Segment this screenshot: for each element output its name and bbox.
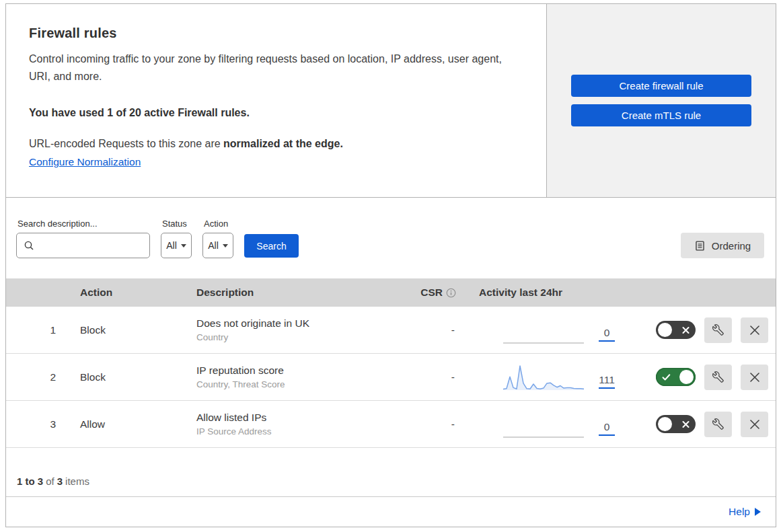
rule-match-fields: Country, Threat Score <box>196 379 401 389</box>
rule-match-fields: Country <box>196 332 401 342</box>
x-icon <box>682 420 690 428</box>
filter-bar: Search description... Status All Action … <box>6 198 776 278</box>
search-label: Search description... <box>17 219 150 229</box>
header-text-panel: Firewall rules Control incoming traffic … <box>6 4 546 197</box>
rule-description: IP reputation score <box>196 365 401 377</box>
search-button[interactable]: Search <box>244 234 299 258</box>
status-dropdown-value: All <box>166 240 177 251</box>
rule-controls-cell <box>631 365 776 390</box>
edit-rule-button[interactable] <box>704 412 732 437</box>
pagination-footer: 1 to 3 of 3 items <box>6 448 776 497</box>
rule-description-cell: Allow listed IPs IP Source Address <box>182 412 401 436</box>
rule-activity-cell: 0 <box>463 409 631 440</box>
rule-activity-cell: 111 <box>463 362 631 393</box>
header-section: Firewall rules Control incoming traffic … <box>6 4 776 198</box>
page-description: Control incoming traffic to your zone by… <box>29 50 519 85</box>
close-icon <box>749 419 760 430</box>
delete-rule-button[interactable] <box>741 365 768 390</box>
table-row: 1 Block Does not originate in UK Country… <box>6 307 776 354</box>
edit-rule-button[interactable] <box>704 365 732 390</box>
search-icon <box>24 240 34 251</box>
action-filter-group: Action All <box>202 219 233 258</box>
create-firewall-rule-button[interactable]: Create firewall rule <box>571 75 751 97</box>
rule-action: Allow <box>67 418 182 430</box>
action-label: Action <box>204 219 233 229</box>
table-row: 3 Allow Allow listed IPs IP Source Addre… <box>6 401 776 448</box>
normalization-note: URL-encoded Requests to this zone are no… <box>29 138 519 150</box>
activity-count-link[interactable]: 111 <box>599 374 615 389</box>
help-link-label: Help <box>729 506 750 518</box>
action-column-header: Action <box>67 287 182 299</box>
action-dropdown-value: All <box>208 240 219 251</box>
rule-match-fields: IP Source Address <box>196 426 401 436</box>
rule-csr-value: - <box>401 371 463 383</box>
csr-header-label: CSR <box>420 287 443 299</box>
activity-count-link[interactable]: 0 <box>599 327 615 342</box>
delete-rule-button[interactable] <box>741 317 768 343</box>
info-icon[interactable] <box>446 288 456 298</box>
activity-sparkline <box>503 315 584 346</box>
list-document-icon <box>694 240 706 252</box>
x-icon <box>682 326 690 334</box>
create-mtls-rule-button[interactable]: Create mTLS rule <box>571 104 751 126</box>
rule-action: Block <box>67 371 182 383</box>
rule-enabled-toggle[interactable] <box>656 415 696 433</box>
close-icon <box>749 372 760 383</box>
rule-activity-cell: 0 <box>463 315 631 346</box>
search-input[interactable] <box>38 240 144 251</box>
rule-description: Allow listed IPs <box>196 412 401 424</box>
page-title: Firewall rules <box>29 26 519 41</box>
rule-description-cell: Does not originate in UK Country <box>182 317 401 342</box>
rule-enabled-toggle[interactable] <box>656 368 696 386</box>
wrench-icon <box>712 418 724 430</box>
items-range: 1 to 3 <box>17 476 43 487</box>
ordering-button[interactable]: Ordering <box>681 233 764 258</box>
delete-rule-button[interactable] <box>741 412 768 437</box>
status-dropdown[interactable]: All <box>161 233 192 258</box>
arrow-right-icon <box>755 508 761 516</box>
chevron-down-icon <box>223 244 228 248</box>
normalization-text: URL-encoded Requests to this zone are <box>29 138 223 149</box>
check-icon <box>662 373 671 381</box>
normalization-bold-text: normalized at the edge. <box>223 138 343 149</box>
rule-priority: 2 <box>6 371 67 383</box>
csr-column-header: CSR <box>401 287 463 299</box>
help-row: Help <box>6 497 776 527</box>
table-header: Action Description CSR Activity last 24h… <box>6 278 776 307</box>
close-icon <box>749 325 760 336</box>
activity-column-header: Activity last 24hr <box>463 287 631 299</box>
activity-sparkline <box>503 409 584 440</box>
ordering-button-label: Ordering <box>712 240 751 252</box>
rule-priority: 3 <box>6 418 67 430</box>
rule-csr-value: - <box>401 418 463 430</box>
rule-controls-cell <box>631 317 776 343</box>
wrench-icon <box>712 371 724 383</box>
search-field-group: Search description... <box>16 219 150 258</box>
status-filter-group: Status All <box>161 219 192 258</box>
table-row: 2 Block IP reputation score Country, Thr… <box>6 354 776 401</box>
activity-sparkline <box>503 362 584 393</box>
items-word: items <box>65 476 89 487</box>
usage-note: You have used 1 of 20 active Firewall ru… <box>29 107 519 119</box>
rule-description: Does not originate in UK <box>196 317 401 330</box>
rule-csr-value: - <box>401 324 463 336</box>
of-word: of <box>46 476 54 487</box>
action-dropdown[interactable]: All <box>202 233 233 258</box>
wrench-icon <box>712 324 724 336</box>
actions-panel: Create firewall rule Create mTLS rule <box>546 4 776 197</box>
configure-normalization-link[interactable]: Configure Normalization <box>29 156 141 168</box>
status-label: Status <box>162 219 192 229</box>
rule-enabled-toggle[interactable] <box>656 321 696 339</box>
edit-rule-button[interactable] <box>704 317 732 343</box>
rule-priority: 1 <box>6 324 67 336</box>
rule-description-cell: IP reputation score Country, Threat Scor… <box>182 365 401 389</box>
rule-action: Block <box>67 324 182 336</box>
table-body: 1 Block Does not originate in UK Country… <box>6 307 776 448</box>
rule-controls-cell <box>631 412 776 437</box>
firewall-rules-card: Firewall rules Control incoming traffic … <box>5 3 776 527</box>
search-input-wrapper <box>16 233 150 258</box>
toggle-knob <box>658 417 672 431</box>
chevron-down-icon <box>181 244 186 248</box>
activity-count-link[interactable]: 0 <box>599 421 615 436</box>
help-link[interactable]: Help <box>729 506 761 518</box>
